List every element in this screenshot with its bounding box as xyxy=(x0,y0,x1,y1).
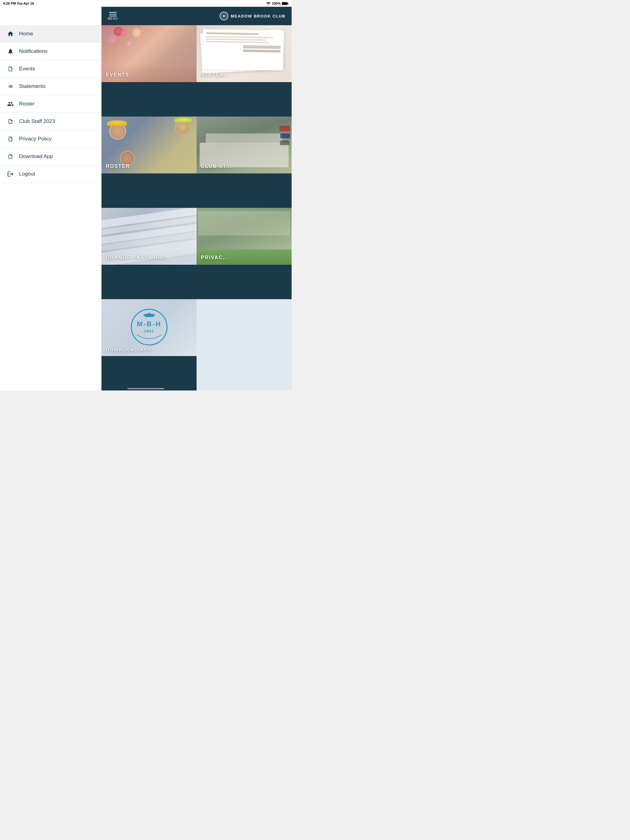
sidebar: Home Notifications Events Statements xyxy=(0,7,101,390)
sidebar-item-home[interactable]: Home xyxy=(0,25,101,43)
tile-privacy[interactable]: PRIVAC... xyxy=(196,208,291,265)
sidebar-label-logout: Logout xyxy=(19,171,35,177)
download-app-icon xyxy=(6,152,15,161)
tile-events[interactable]: EVENTS xyxy=(101,25,196,82)
empty-tile xyxy=(196,299,291,390)
home-indicator xyxy=(127,388,164,389)
sidebar-item-statements[interactable]: Statements xyxy=(0,78,101,95)
svg-rect-3 xyxy=(282,2,287,5)
tile-downloadapp[interactable]: M-B-H 1881 DOWNLOAD APP xyxy=(101,299,196,356)
bell-icon xyxy=(6,47,15,56)
logout-icon xyxy=(6,170,15,178)
sidebar-label-home: Home xyxy=(19,31,33,37)
sidebar-item-roster[interactable]: Roster xyxy=(0,95,101,113)
sidebar-label-notifications: Notifications xyxy=(19,48,47,54)
sidebar-item-events[interactable]: Events xyxy=(0,60,101,78)
svg-point-0 xyxy=(268,4,269,5)
status-time-date: 4:26 PM Tue Apr 18 xyxy=(3,2,34,5)
sidebar-item-notifications[interactable]: Notifications xyxy=(0,43,101,60)
club-logo: MEADOW BROOK CLUB xyxy=(220,12,285,20)
status-bar: 4:26 PM Tue Apr 18 100% xyxy=(0,0,291,7)
sidebar-top-space xyxy=(0,7,101,25)
sidebar-label-clubstaff: Club Staff 2023 xyxy=(19,118,55,125)
main-content: MENU MEADOW BROOK CLUB EVENTS xyxy=(101,7,291,390)
tile-roster[interactable]: ROSTER xyxy=(101,117,196,174)
battery-percent: 100% xyxy=(272,2,280,5)
sidebar-item-logout[interactable]: Logout xyxy=(0,166,101,183)
mbh-circle-logo: M-B-H 1881 xyxy=(129,307,169,347)
tile-statements[interactable]: STATEM... xyxy=(196,25,291,82)
tile-privacy-label: PRIVAC... xyxy=(201,255,229,261)
sidebar-label-roster: Roster xyxy=(19,101,35,107)
club-name: MEADOW BROOK CLUB xyxy=(231,14,285,19)
tile-changepassword[interactable]: CHANGE PASSWORD xyxy=(101,208,196,265)
tile-grid: EVENTS STATEM... xyxy=(101,25,291,390)
svg-text:1881: 1881 xyxy=(144,329,154,333)
privacy-icon xyxy=(6,135,15,143)
tile-events-label: EVENTS xyxy=(106,72,129,78)
tile-statements-label: STATEM... xyxy=(201,72,230,78)
clubstaff-icon xyxy=(6,117,15,126)
sidebar-label-privacy: Privacy Policy xyxy=(19,136,52,142)
svg-text:M-B-H: M-B-H xyxy=(137,320,161,328)
svg-rect-2 xyxy=(288,3,288,4)
tile-clubstaff[interactable]: CLUB ST... xyxy=(196,117,291,174)
battery-icon xyxy=(282,2,288,5)
hamburger-icon xyxy=(109,12,117,16)
menu-label: MENU xyxy=(108,17,118,20)
home-icon xyxy=(6,30,15,38)
sidebar-label-downloadapp: Download App xyxy=(19,153,53,159)
roster-person-icon xyxy=(6,99,15,108)
menu-button[interactable]: MENU xyxy=(108,12,118,20)
tile-roster-label: ROSTER xyxy=(106,164,130,169)
wifi-icon xyxy=(266,2,271,5)
tile-changepassword-label: CHANGE PASSWORD xyxy=(106,255,166,261)
app-header: MENU MEADOW BROOK CLUB xyxy=(101,7,291,25)
sidebar-item-downloadapp[interactable]: Download App xyxy=(0,148,101,166)
club-logo-icon xyxy=(220,12,228,20)
statements-list-icon xyxy=(6,82,15,91)
events-file-icon xyxy=(6,65,15,73)
sidebar-label-statements: Statements xyxy=(19,83,46,90)
sidebar-label-events: Events xyxy=(19,66,35,72)
sidebar-item-clubstaff[interactable]: Club Staff 2023 xyxy=(0,113,101,130)
tile-clubstaff-label: CLUB ST... xyxy=(201,164,232,169)
sidebar-item-privacy[interactable]: Privacy Policy xyxy=(0,130,101,148)
status-indicators: 100% xyxy=(266,2,288,5)
